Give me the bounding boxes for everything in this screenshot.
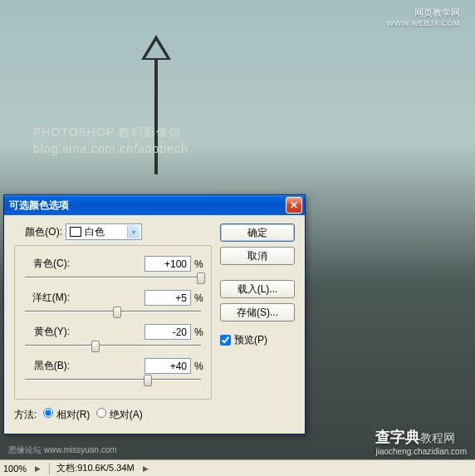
slider-group: 青色(C): % 洋红(M): %: [14, 245, 212, 400]
yellow-row: 黄色(Y): %: [22, 324, 204, 353]
cancel-button[interactable]: 取消: [220, 247, 295, 265]
cyan-label: 青色(C):: [22, 257, 73, 271]
cyan-slider[interactable]: [25, 272, 201, 285]
black-input[interactable]: [144, 358, 191, 374]
percent-label: %: [191, 258, 204, 270]
load-button[interactable]: 载入(L)...: [220, 280, 295, 298]
status-bar: 100% ▶ 文档:910.6K/5.34M ▶: [0, 459, 475, 476]
magenta-label: 洋红(M):: [22, 291, 73, 305]
zoom-level[interactable]: 100%: [3, 464, 27, 474]
dialog-titlebar[interactable]: 可选颜色选项 ✕: [4, 195, 305, 215]
watermark-top-line1: 网页教学网: [387, 7, 461, 19]
magenta-row: 洋红(M): %: [22, 290, 204, 319]
black-thumb[interactable]: [144, 375, 152, 386]
watermark-top-line2: WWW.WEBJX.COM: [387, 19, 461, 27]
close-icon: ✕: [290, 199, 298, 211]
cyan-thumb[interactable]: [197, 272, 205, 284]
magenta-thumb[interactable]: [113, 307, 121, 318]
magenta-slider[interactable]: [25, 306, 201, 319]
bg-signpost: [141, 35, 171, 60]
yellow-input[interactable]: [144, 324, 191, 340]
color-dropdown-value: 白色: [85, 225, 105, 239]
watermark-mid: PHOTOSHOP 数码影像馆 blog.sina.com.cn/adobech: [33, 125, 189, 157]
selective-color-dialog: 可选颜色选项 ✕ 颜色(O): 白色 ▾ 青色(C): %: [3, 194, 306, 434]
black-slider[interactable]: [25, 374, 201, 387]
watermark-mid-line1: PHOTOSHOP 数码影像馆: [33, 125, 189, 141]
chevron-down-icon: ▾: [127, 225, 140, 238]
magenta-input[interactable]: [144, 290, 191, 306]
watermark-mid-line2: blog.sina.com.cn/adobech: [33, 141, 189, 158]
radio-absolute[interactable]: [96, 408, 106, 418]
method-relative-option[interactable]: 相对(R): [43, 408, 90, 422]
method-label: 方法:: [14, 408, 37, 422]
watermark-top: 网页教学网 WWW.WEBJX.COM: [387, 7, 461, 27]
yellow-label: 黄色(Y):: [22, 325, 73, 339]
black-label: 黑色(B):: [22, 359, 73, 373]
cyan-row: 青色(C): %: [22, 256, 204, 285]
color-label: 颜色(O):: [14, 225, 66, 239]
radio-relative[interactable]: [43, 408, 53, 418]
save-button[interactable]: 存储(S)...: [220, 303, 295, 321]
watermark-bottom-right: 查字典教程网 jiaocheng.chazidian.com: [375, 427, 467, 456]
preview-label: 预览(P): [234, 333, 267, 347]
yellow-thumb[interactable]: [91, 341, 100, 352]
dialog-title: 可选颜色选项: [9, 199, 69, 213]
color-dropdown[interactable]: 白色 ▾: [66, 223, 142, 240]
doc-chevron-icon[interactable]: ▶: [141, 464, 150, 473]
ok-button[interactable]: 确定: [220, 223, 295, 242]
doc-size: 文档:910.6K/5.34M: [56, 462, 135, 474]
preview-checkbox[interactable]: [220, 335, 231, 346]
close-button[interactable]: ✕: [286, 197, 302, 213]
cyan-input[interactable]: [144, 256, 191, 272]
watermark-bottom-left: 思缘论坛 www.missyuan.com: [8, 444, 117, 456]
black-row: 黑色(B): %: [22, 358, 204, 387]
color-swatch-icon: [70, 227, 81, 237]
yellow-slider[interactable]: [25, 340, 201, 353]
zoom-chevron-icon[interactable]: ▶: [33, 464, 42, 473]
method-row: 方法: 相对(R) 绝对(A): [14, 408, 212, 422]
method-absolute-option[interactable]: 绝对(A): [96, 408, 142, 422]
